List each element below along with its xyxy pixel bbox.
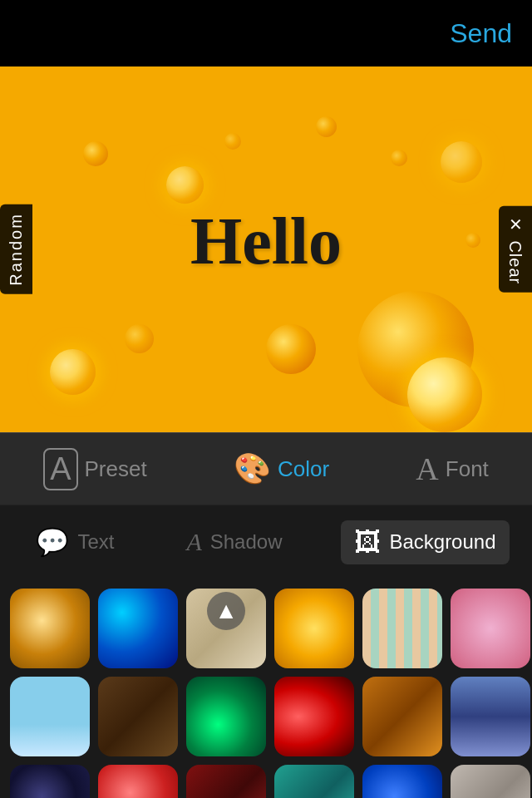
swatch-stripes[interactable] xyxy=(362,589,442,668)
sub-tab-text[interactable]: 💬 Text xyxy=(22,520,127,564)
swatch-teal-fabric[interactable] xyxy=(274,765,354,798)
tab-font[interactable]: A Font xyxy=(416,451,488,487)
sub-tab-shadow[interactable]: A Shadow xyxy=(173,521,295,563)
grid-row-3 xyxy=(10,765,522,798)
swatch-blue-texture[interactable] xyxy=(362,765,442,798)
text-icon: 💬 xyxy=(36,526,69,558)
sub-tab-background-label: Background xyxy=(389,530,495,554)
tab-preset-label: Preset xyxy=(85,456,147,482)
swatch-beige-texture[interactable]: ▲ xyxy=(186,589,266,668)
grid-row-1: ▲ xyxy=(10,589,522,668)
preset-icon: A xyxy=(43,448,77,490)
random-button[interactable]: Random xyxy=(0,204,32,294)
swatch-gray-stone[interactable] xyxy=(451,765,530,798)
swatch-gold-bokeh[interactable] xyxy=(10,589,90,668)
sub-tab-text-label: Text xyxy=(77,530,114,554)
scroll-up-button[interactable]: ▲ xyxy=(207,592,245,630)
tab-bar: A Preset 🎨 Color A Font xyxy=(0,432,532,505)
tab-color-label: Color xyxy=(278,456,329,482)
swatch-sky-dandelion[interactable] xyxy=(10,677,90,756)
swatch-red-sparkle[interactable] xyxy=(274,677,354,756)
send-button[interactable]: Send xyxy=(450,18,512,49)
sub-tab-bar: 💬 Text A Shadow 🖼 Background xyxy=(0,505,532,579)
swatch-dark-red[interactable] xyxy=(186,765,266,798)
clear-button[interactable]: ✕ Clear xyxy=(499,206,532,293)
shadow-icon: A xyxy=(186,528,201,556)
swatch-red-orb[interactable] xyxy=(98,765,178,798)
tab-color[interactable]: 🎨 Color xyxy=(234,451,329,486)
top-bar: Send xyxy=(0,0,532,66)
swatch-orange-texture[interactable] xyxy=(362,677,442,756)
tab-preset[interactable]: A Preset xyxy=(43,448,147,490)
sub-tab-background[interactable]: 🖼 Background xyxy=(341,520,509,564)
sub-tab-shadow-label: Shadow xyxy=(210,530,283,554)
tab-font-label: Font xyxy=(446,456,489,482)
grid-row-2 xyxy=(10,677,522,756)
grid-container: ▲ xyxy=(0,579,532,798)
font-icon: A xyxy=(416,451,438,487)
color-icon: 🎨 xyxy=(234,451,271,486)
swatch-pink-dots[interactable] xyxy=(451,589,530,668)
swatch-green-swirl[interactable] xyxy=(186,677,266,756)
grid-wrapper: ▲ xyxy=(10,589,522,798)
swatch-yellow-cheese[interactable] xyxy=(274,589,354,668)
swatch-dark-wood[interactable] xyxy=(98,677,178,756)
preview-text: Hello xyxy=(190,204,342,279)
preview-area: Hello Random ✕ Clear xyxy=(0,66,532,432)
background-icon: 🖼 xyxy=(354,527,381,558)
swatch-dark-swirl[interactable] xyxy=(10,765,90,798)
swatch-blue-fabric[interactable] xyxy=(451,677,530,756)
swatch-blue-sparkle[interactable] xyxy=(98,589,178,668)
